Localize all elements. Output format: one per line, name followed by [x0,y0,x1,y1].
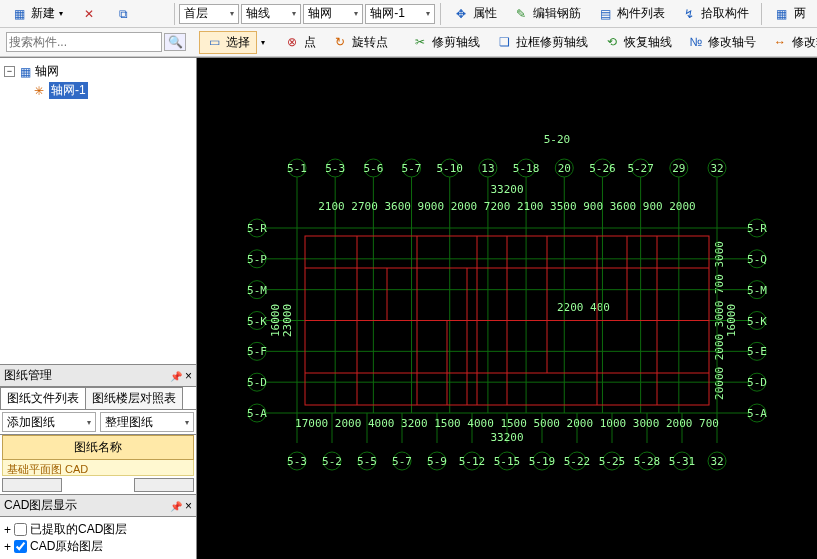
svg-text:5-2: 5-2 [322,455,342,468]
add-drawing-dropdown[interactable]: 添加图纸▾ [2,412,96,432]
svg-text:5-D: 5-D [247,376,267,389]
restore-axis-button[interactable]: ⟲恢复轴线 [597,31,679,54]
list-icon: ▤ [597,6,613,22]
collapse-icon[interactable]: − [4,66,15,77]
cad-viewport[interactable]: 5-205-15-35-65-75-10135-18205-265-272932… [197,58,817,559]
svg-text:20: 20 [558,162,571,175]
two-button[interactable]: ▦两 [767,2,813,25]
svg-text:5-19: 5-19 [529,455,556,468]
copy-button[interactable]: ⧉ [108,3,138,25]
component-tree[interactable]: − ▦ 轴网 ✳ 轴网-1 [0,58,196,364]
edit-rebar-button[interactable]: ✎编辑钢筋 [506,2,588,25]
left-panel: − ▦ 轴网 ✳ 轴网-1 图纸管理 📌 × 图纸文件列表 图纸楼层对照表 添加… [0,58,197,559]
grid-item-icon: ✳ [31,83,47,99]
svg-text:5-7: 5-7 [402,162,422,175]
component-list-button[interactable]: ▤构件列表 [590,2,672,25]
svg-text:23000: 23000 [281,304,294,337]
svg-text:13: 13 [481,162,494,175]
drawing-tabs: 图纸文件列表 图纸楼层对照表 [0,387,196,410]
search-input[interactable] [6,32,162,52]
cad-layer-tree[interactable]: +已提取的CAD图层 +CAD原始图层 [0,517,196,559]
svg-text:32: 32 [710,162,723,175]
svg-text:33200: 33200 [490,183,523,196]
svg-text:5-Q: 5-Q [747,253,767,266]
modify-axis-no-button[interactable]: №修改轴号 [681,31,763,54]
rotate-icon: ↻ [332,34,348,50]
grid-icon: ▦ [774,6,790,22]
pencil-icon: ✎ [513,6,529,22]
tree-root[interactable]: − ▦ 轴网 [4,62,192,81]
trim-axis-button[interactable]: ✂修剪轴线 [405,31,487,54]
svg-text:5-M: 5-M [247,284,267,297]
cad-layer-header: CAD图层显示 📌 × [0,494,196,517]
svg-text:5-E: 5-E [747,345,767,358]
new-button[interactable]: ▦ 新建 ▾ [4,2,70,25]
svg-text:5-3: 5-3 [287,455,307,468]
toolbar-row-1: ▦ 新建 ▾ ✕ ⧉ 首层▾ 轴线▾ 轴网▾ 轴网-1▾ ✥属性 ✎编辑钢筋 ▤… [0,0,817,28]
arrange-drawing-dropdown[interactable]: 整理图纸▾ [100,412,194,432]
checkbox[interactable] [14,523,27,536]
search-button[interactable]: 🔍 [164,33,186,51]
svg-text:2100 2700 3600 9000 2000  7200: 2100 2700 3600 9000 2000 7200 2100 3500 … [318,200,696,213]
hscroll-left[interactable] [2,478,62,492]
hscroll-right[interactable] [134,478,194,492]
svg-text:5-15: 5-15 [494,455,521,468]
grid-header-name: 图纸名称 [2,435,194,460]
dist-icon: ↔ [772,34,788,50]
attr-button[interactable]: ✥属性 [446,2,504,25]
svg-text:33200: 33200 [490,431,523,444]
svg-text:5-20: 5-20 [544,133,571,146]
grid1-dropdown[interactable]: 轴网-1▾ [365,4,435,24]
svg-text:5-28: 5-28 [634,455,661,468]
pin-icon[interactable]: 📌 [170,371,182,382]
search-icon: 🔍 [167,34,183,50]
svg-text:5-1: 5-1 [287,162,307,175]
grid-dropdown[interactable]: 轴网▾ [303,4,363,24]
svg-text:5-K: 5-K [247,315,267,328]
floor-dropdown[interactable]: 首层▾ [179,4,239,24]
modify-axis-dist-button[interactable]: ↔修改轴距 [765,31,817,54]
tab-file-list[interactable]: 图纸文件列表 [0,387,86,409]
pin-icon[interactable]: 📌 [170,501,182,512]
cad-layer-original[interactable]: +CAD原始图层 [4,538,192,555]
checkbox[interactable] [14,540,27,553]
copy-icon: ⧉ [115,6,131,22]
pick-icon: ↯ [681,6,697,22]
svg-text:32: 32 [710,455,723,468]
select-button[interactable]: ▭选择 [199,31,257,54]
rotate-point-button[interactable]: ↻旋转点 [325,31,395,54]
close-icon[interactable]: × [185,499,192,513]
box-icon: ❏ [496,34,512,50]
pick-component-button[interactable]: ↯拾取构件 [674,2,756,25]
axisline-dropdown[interactable]: 轴线▾ [241,4,301,24]
svg-text:5-3: 5-3 [325,162,345,175]
restore-icon: ⟲ [604,34,620,50]
svg-text:5-22: 5-22 [564,455,591,468]
svg-text:5-A: 5-A [247,407,267,420]
svg-text:5-26: 5-26 [589,162,616,175]
drawing-manager-header: 图纸管理 📌 × [0,364,196,387]
num-icon: № [688,34,704,50]
cad-layer-extracted[interactable]: +已提取的CAD图层 [4,521,192,538]
svg-text:16000: 16000 [725,304,738,337]
svg-text:17000 2000 4000 3200 1500 4000: 17000 2000 4000 3200 1500 4000 1500 5000… [295,417,719,430]
svg-text:5-7: 5-7 [392,455,412,468]
grid-row-1[interactable]: 基础平面图 CAD [2,460,194,476]
svg-text:5-R: 5-R [247,222,267,235]
svg-text:5-5: 5-5 [357,455,377,468]
svg-text:29: 29 [672,162,685,175]
close-icon[interactable]: × [185,369,192,383]
svg-text:5-R: 5-R [747,222,767,235]
tab-floor-compare[interactable]: 图纸楼层对照表 [85,387,183,409]
svg-text:5-25: 5-25 [599,455,626,468]
grid-icon: ▦ [17,64,33,80]
svg-text:5-F: 5-F [247,345,267,358]
point-button[interactable]: ⊗点 [277,31,323,54]
point-icon: ⊗ [284,34,300,50]
tree-item-grid1[interactable]: ✳ 轴网-1 [4,81,192,100]
svg-text:5-6: 5-6 [363,162,383,175]
delete-button[interactable]: ✕ [74,3,104,25]
svg-text:5-12: 5-12 [459,455,486,468]
box-trim-button[interactable]: ❏拉框修剪轴线 [489,31,595,54]
toolbar-row-2: 🔍 ▭选择 ▾ ⊗点 ↻旋转点 ✂修剪轴线 ❏拉框修剪轴线 ⟲恢复轴线 №修改轴… [0,28,817,57]
